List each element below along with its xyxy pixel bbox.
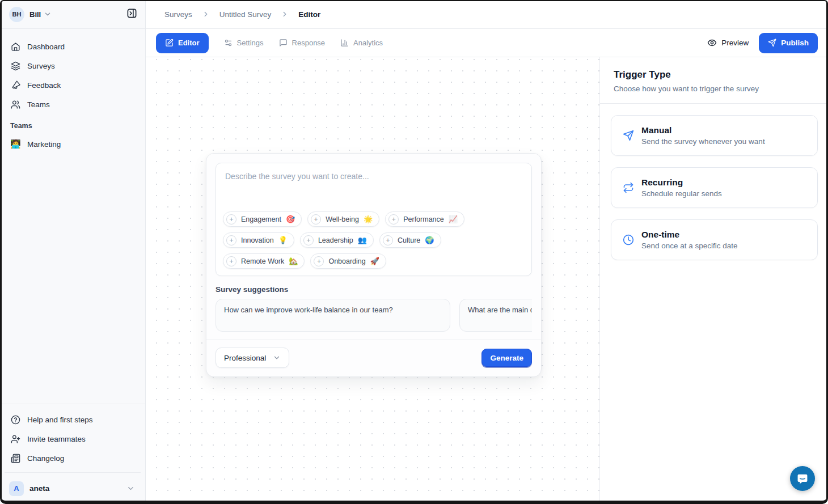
workspace-switcher[interactable]: BH Bill: [0, 0, 145, 29]
option-description: Send the survey whenever you want: [641, 137, 765, 146]
sidebar-item-changelog[interactable]: Changelog: [5, 448, 141, 468]
busts-emoji-icon: 👥: [358, 236, 367, 244]
sidebar-item-label: Surveys: [27, 62, 55, 70]
topic-chip-engagement[interactable]: + Engagement 🎯: [223, 211, 302, 227]
clock-icon: [623, 234, 634, 245]
user-plus-icon: [10, 434, 20, 444]
house-emoji-icon: 🏡: [289, 257, 298, 265]
tone-select[interactable]: Professional: [216, 348, 289, 368]
option-description: Send once at a specific date: [641, 242, 738, 250]
topic-chip-innovation[interactable]: + Innovation 💡: [223, 232, 294, 248]
plus-icon: +: [226, 256, 236, 266]
layers-icon: [10, 61, 20, 71]
plus-icon: +: [388, 214, 399, 225]
breadcrumb: Surveys Untitled Survey Editor: [146, 0, 828, 29]
breadcrumb-surveys[interactable]: Surveys: [164, 10, 192, 19]
chip-label: Onboarding: [328, 257, 365, 265]
topic-chip-culture[interactable]: + Culture 🌍: [379, 232, 441, 248]
chip-label: Engagement: [241, 215, 281, 223]
chip-label: Performance: [403, 215, 444, 223]
tone-selected-value: Professional: [224, 354, 266, 362]
topic-chip-onboarding[interactable]: + Onboarding 🚀: [310, 253, 386, 269]
topic-chip-remote-work[interactable]: + Remote Work 🏡: [223, 253, 305, 269]
option-description: Schedule regular sends: [641, 189, 722, 198]
editor-toolbar: Editor Settings Response Analytics: [146, 29, 828, 57]
sliders-icon: [224, 39, 233, 47]
edit-icon: [165, 39, 174, 47]
suggestions-row: How can we improve work-life balance in …: [216, 299, 532, 332]
chip-label: Culture: [398, 236, 420, 244]
send-icon: [768, 39, 776, 47]
sidebar-item-teams[interactable]: Teams: [5, 95, 141, 114]
tab-settings[interactable]: Settings: [224, 39, 264, 47]
trigger-options: Manual Send the survey whenever you want…: [600, 104, 828, 260]
trigger-panel-header: Trigger Type Choose how you want to trig…: [600, 57, 828, 104]
generate-button[interactable]: Generate: [481, 349, 532, 367]
chip-label: Well-being: [326, 215, 359, 223]
sidebar: BH Bill Dashboard Surv: [0, 0, 146, 504]
home-icon: [10, 42, 20, 52]
help-circle-icon: [10, 415, 20, 425]
survey-composer-card: Describe the survey you want to create..…: [206, 153, 542, 377]
chevron-right-icon: [281, 10, 289, 18]
sidebar-item-feedback[interactable]: Feedback: [5, 75, 141, 95]
sidebar-item-help[interactable]: Help and first steps: [5, 410, 141, 429]
main-column: Surveys Untitled Survey Editor Editor: [146, 0, 828, 504]
user-name: aneta: [29, 484, 49, 493]
sidebar-item-label: Invite teammates: [27, 435, 86, 443]
user-avatar: A: [9, 481, 24, 496]
chat-launcher-button[interactable]: [790, 466, 815, 491]
chat-bubble-icon: [796, 472, 809, 485]
users-icon: [10, 100, 20, 109]
topic-chips: + Engagement 🎯 + Well-being 🌟 +: [216, 206, 531, 276]
team-name: Marketing: [27, 140, 61, 149]
sidebar-footer-nav: Help and first steps Invite teammates Ch…: [0, 404, 145, 468]
plus-icon: +: [311, 214, 321, 225]
repeat-icon: [623, 182, 634, 193]
globe-emoji-icon: 🌍: [425, 236, 434, 244]
topic-chip-leadership[interactable]: + Leadership 👥: [300, 232, 374, 248]
plus-icon: +: [383, 235, 393, 245]
content-area: Describe the survey you want to create..…: [146, 57, 828, 504]
rocket-emoji-icon: 🚀: [370, 257, 379, 265]
tab-label: Settings: [237, 39, 264, 47]
option-title: Recurring: [641, 177, 722, 188]
plus-icon: +: [226, 214, 236, 225]
dart-emoji-icon: 🎯: [286, 215, 295, 223]
trigger-type-panel: Trigger Type Choose how you want to trig…: [599, 57, 828, 504]
editor-canvas[interactable]: Describe the survey you want to create..…: [146, 57, 599, 504]
suggestion-card[interactable]: How can we improve work-life balance in …: [216, 299, 450, 332]
chevron-down-icon: [273, 354, 281, 362]
sidebar-spacer: [0, 154, 145, 404]
composer-footer: Professional Generate: [206, 340, 541, 376]
plus-icon: +: [303, 235, 314, 245]
technologist-emoji-icon: 🧑‍💻: [10, 139, 20, 149]
trigger-option-manual[interactable]: Manual Send the survey whenever you want: [611, 115, 818, 156]
trigger-option-recurring[interactable]: Recurring Schedule regular sends: [611, 167, 818, 208]
star-emoji-icon: 🌟: [364, 215, 373, 223]
toolbar-actions: Preview Publish: [707, 33, 818, 53]
chart-emoji-icon: 📈: [449, 215, 458, 223]
publish-button[interactable]: Publish: [759, 33, 818, 53]
user-menu[interactable]: A aneta: [5, 472, 141, 498]
sidebar-item-label: Teams: [27, 100, 50, 109]
sidebar-item-surveys[interactable]: Surveys: [5, 56, 141, 75]
tab-analytics[interactable]: Analytics: [340, 39, 383, 47]
trigger-option-one-time[interactable]: One-time Send once at a specific date: [611, 219, 818, 260]
sidebar-item-dashboard[interactable]: Dashboard: [5, 37, 141, 56]
collapse-sidebar-button[interactable]: [126, 8, 137, 20]
send-icon: [623, 130, 634, 141]
preview-button[interactable]: Preview: [707, 38, 749, 48]
suggestion-card[interactable]: What are the main ob: [459, 299, 532, 332]
sidebar-item-invite[interactable]: Invite teammates: [5, 429, 141, 448]
megaphone-icon: [10, 81, 20, 90]
workspace-avatar: BH: [9, 7, 24, 22]
survey-description-input[interactable]: Describe the survey you want to create..…: [216, 163, 531, 189]
topic-chip-performance[interactable]: + Performance 📈: [385, 211, 464, 227]
chevron-down-icon: [44, 10, 52, 18]
tab-response[interactable]: Response: [279, 39, 326, 47]
tab-editor[interactable]: Editor: [156, 33, 209, 53]
topic-chip-well-being[interactable]: + Well-being 🌟: [307, 211, 379, 227]
sidebar-item-team-marketing[interactable]: 🧑‍💻 Marketing: [5, 134, 141, 154]
breadcrumb-untitled-survey[interactable]: Untitled Survey: [219, 10, 272, 19]
